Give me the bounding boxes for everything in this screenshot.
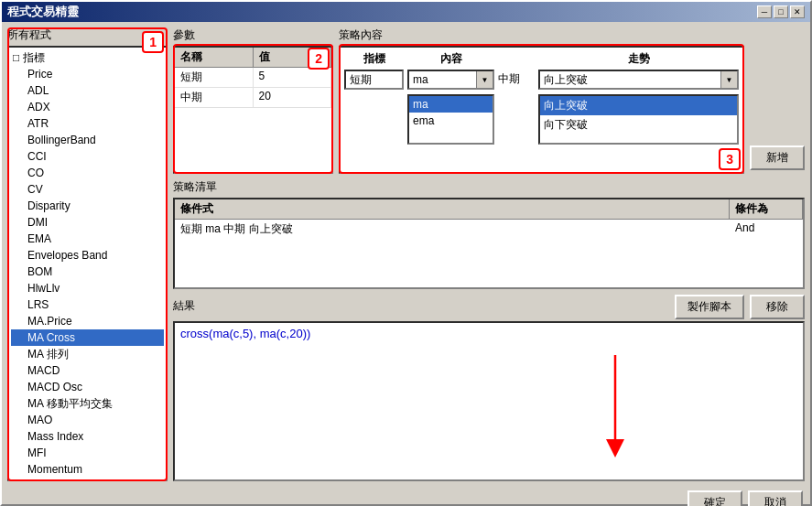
content-value: ma (409, 73, 476, 86)
indicator-dropdown[interactable]: 短期 (344, 70, 404, 90)
list-item-bom[interactable]: BOM (11, 264, 164, 280)
list-item-disparity[interactable]: Disparity (11, 198, 164, 214)
list-item-mamovingavg[interactable]: MA 移動平均交集 (11, 395, 164, 412)
strategy-col-condition: 條件式 (175, 199, 730, 219)
list-item-indicators[interactable]: □ 指標 (11, 49, 164, 66)
content-dropdown-arrow[interactable]: ▼ (476, 71, 493, 88)
list-item-cci[interactable]: CCI (11, 148, 164, 165)
strategy-condition-1: 短期 ma 中期 向上突破 (175, 220, 730, 239)
bottom-bar: 確定 取消 (2, 487, 810, 506)
list-item-bollingerband[interactable]: BollingerBand (11, 132, 164, 148)
params-table: 名稱 值 短期 5 中期 20 (173, 46, 333, 174)
all-programs-listbox[interactable]: □ 指標 Price ADL ADX ATR BollingerBand CCI… (7, 46, 168, 481)
params-row-1: 短期 5 (175, 68, 331, 88)
window-title: 程式交易精靈 (7, 4, 79, 20)
list-item-macd[interactable]: MACD (11, 362, 164, 379)
list-item-co[interactable]: CO (11, 165, 164, 181)
strategy-condition-type-1: And (730, 220, 803, 239)
trend-dropdown-arrow[interactable]: ▼ (720, 71, 737, 88)
maximize-button[interactable]: □ (774, 5, 788, 18)
list-item-adl[interactable]: ADL (11, 82, 164, 99)
list-item-dmi[interactable]: DMI (11, 214, 164, 231)
strategy-content-panel: 策略內容 指標 短期 內容 ma (339, 27, 744, 174)
all-programs-list: □ 指標 Price ADL ADX ATR BollingerBand CCI… (11, 49, 164, 478)
main-window: 程式交易精靈 ─ □ ✕ 所有程式 □ 指標 Price ADL ADX ATR… (0, 0, 812, 506)
params-header: 名稱 值 (175, 48, 331, 68)
params-cell-value-1[interactable]: 5 (254, 68, 332, 87)
list-item-maprice[interactable]: MA.Price (11, 313, 164, 329)
add-button-container: 新增 (750, 27, 805, 174)
main-content: 所有程式 □ 指標 Price ADL ADX ATR BollingerBan… (2, 22, 810, 487)
add-button[interactable]: 新增 (750, 145, 805, 170)
list-item-adx[interactable]: ADX (11, 99, 164, 115)
list-item-macdosc[interactable]: MACD Osc (11, 379, 164, 395)
content-col: 內容 ma ▼ ma ema (407, 51, 494, 168)
list-item-price[interactable]: Price (11, 66, 164, 82)
strategy-list-header: 條件式 條件為 (175, 199, 803, 220)
minimize-button[interactable]: ─ (757, 5, 772, 18)
params-panel: 參數 名稱 值 短期 5 中期 20 (173, 27, 333, 174)
midterm-label: 中期 (498, 71, 535, 87)
params-col-name: 名稱 (175, 48, 254, 67)
all-programs-label: 所有程式 (7, 27, 168, 43)
list-item-massindex[interactable]: Mass Index (11, 428, 164, 445)
all-programs-panel: 所有程式 □ 指標 Price ADL ADX ATR BollingerBan… (7, 27, 168, 481)
params-cell-name-2: 中期 (175, 88, 254, 107)
params-col-value: 值 (254, 48, 332, 67)
params-row-2: 中期 20 (175, 88, 331, 108)
list-item-marank[interactable]: MA 排列 (11, 346, 164, 362)
list-item-hlwllv[interactable]: HlwLlv (11, 280, 164, 296)
strategy-list-inner: 條件式 條件為 短期 ma 中期 向上突破 And (173, 198, 805, 289)
result-code: cross(ma(c,5), ma(c,20)) (180, 327, 310, 340)
list-item-cv[interactable]: CV (11, 181, 164, 198)
params-label: 參數 (173, 27, 333, 43)
result-label: 結果 (173, 298, 195, 314)
titlebar: 程式交易精靈 ─ □ ✕ (2, 2, 810, 22)
trend-col: 走勢 向上突破 ▼ 向上突破 向下突破 (538, 51, 739, 168)
list-item-ema[interactable]: EMA (11, 231, 164, 247)
indicator-col: 指標 短期 (344, 51, 404, 168)
trend-value: 向上突破 (540, 72, 720, 88)
strategy-list-row-1: 短期 ma 中期 向上突破 And (175, 220, 803, 239)
strategy-col-condition-type: 條件為 (730, 199, 803, 219)
titlebar-buttons: ─ □ ✕ (757, 5, 805, 18)
remove-button[interactable]: 移除 (750, 295, 805, 319)
strategy-content-label: 策略內容 (339, 27, 744, 43)
list-item-lrs[interactable]: LRS (11, 296, 164, 313)
list-item-atr[interactable]: ATR (11, 115, 164, 132)
trend-listbox[interactable]: 向上突破 向下突破 (538, 94, 739, 145)
make-script-button[interactable]: 製作腳本 (675, 295, 744, 319)
indicator-value: 短期 (346, 72, 402, 88)
trend-item-down[interactable]: 向下突破 (540, 115, 737, 135)
ok-button[interactable]: 確定 (687, 490, 742, 506)
indicator-col-label: 指標 (344, 51, 404, 67)
list-item-macross[interactable]: MA Cross (11, 329, 164, 346)
close-button[interactable]: ✕ (790, 5, 805, 18)
strategy-list-section: 策略清單 條件式 條件為 短期 ma 中期 向上突破 And (173, 179, 805, 289)
list-item-momentum[interactable]: Momentum (11, 461, 164, 478)
content-listbox[interactable]: ma ema (407, 94, 494, 145)
params-cell-value-2[interactable]: 20 (254, 88, 332, 107)
top-row: 參數 名稱 值 短期 5 中期 20 (173, 27, 805, 174)
cancel-button[interactable]: 取消 (748, 490, 803, 506)
midterm-col: 中期 (498, 51, 535, 168)
content-item-ema[interactable]: ema (409, 113, 493, 129)
list-item-mfi[interactable]: MFI (11, 445, 164, 461)
content-col-label: 內容 (407, 51, 494, 67)
strategy-list-label: 策略清單 (173, 179, 805, 195)
content-dropdown[interactable]: ma ▼ (407, 70, 494, 90)
result-section: 結果 製作腳本 移除 cross(ma(c,5), ma(c,20)) (173, 295, 805, 481)
trend-item-up[interactable]: 向上突破 (540, 96, 737, 115)
result-inner: cross(ma(c,5), ma(c,20)) (173, 321, 805, 481)
list-item-mao[interactable]: MAO (11, 412, 164, 428)
content-item-ma[interactable]: ma (409, 96, 493, 113)
trend-col-label: 走勢 (538, 51, 739, 67)
params-cell-name-1: 短期 (175, 68, 254, 87)
strategy-content-inner: 指標 短期 內容 ma ▼ (339, 46, 744, 174)
list-item-envelopesband[interactable]: Envelopes Band (11, 247, 164, 264)
right-area: 參數 名稱 值 短期 5 中期 20 (173, 27, 805, 481)
trend-dropdown[interactable]: 向上突破 ▼ (538, 70, 739, 90)
